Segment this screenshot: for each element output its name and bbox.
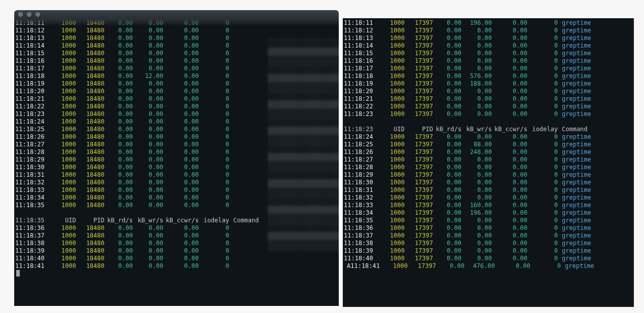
time-cell: 11:18:18: [15, 72, 48, 80]
kbrd-cell: 0.00: [104, 19, 133, 27]
pid-cell: 17397: [405, 255, 433, 262]
table-header: 11:18:23UIDPIDkB_rd/skB_wr/skB_ccwr/siod…: [344, 126, 632, 133]
command-cell: greptime: [558, 95, 607, 103]
time-cell: 11:18:14: [344, 42, 376, 50]
iodelay-cell: 0: [527, 50, 558, 57]
kbccwr-cell: 0.00: [163, 126, 199, 133]
time-cell: 11:18:24: [344, 133, 376, 141]
table-row: 11:18:311000173970.000.000.000greptime: [344, 186, 632, 194]
table-row: 11:18:201000173970.000.000.000greptime: [344, 88, 632, 95]
kbrd-cell: 0.00: [433, 110, 461, 118]
time-cell: 11:18:29: [344, 171, 376, 179]
kbwr-cell: 0.00: [461, 95, 492, 103]
iodelay-cell: 0: [199, 88, 229, 95]
minimize-icon[interactable]: [27, 12, 31, 17]
kbccwr-cell: 0.00: [163, 88, 199, 95]
command-cell: [229, 34, 279, 42]
uid-cell: 1000: [376, 65, 405, 72]
uid-cell: 1000: [376, 186, 405, 194]
pid-cell: 18480: [76, 34, 104, 42]
kbccwr-cell: 0.00: [163, 148, 199, 156]
time-cell: 11:18:20: [15, 88, 48, 95]
iodelay-cell: 0: [199, 255, 229, 262]
pid-cell: 18480: [76, 126, 104, 133]
kbrd-cell: 0.00: [433, 50, 461, 57]
table-row: 11:18:321000173970.000.000.000greptime: [344, 194, 632, 202]
pid-cell: 18480: [76, 95, 104, 103]
time-cell: 11:18:32: [15, 179, 48, 186]
iodelay-cell: 0: [199, 202, 229, 209]
uid-cell: 1000: [376, 27, 405, 34]
uid-cell: 1000: [48, 224, 76, 232]
kbrd-cell: 0.00: [433, 88, 461, 95]
kbrd-cell: 0.00: [104, 141, 133, 148]
time-cell: 11:18:17: [344, 65, 376, 72]
time-cell: 11:18:21: [344, 95, 376, 103]
kbrd-cell: 0.00: [433, 255, 461, 262]
pid-cell: 18480: [76, 148, 104, 156]
kbccwr-cell: 0.00: [492, 232, 527, 240]
iodelay-cell: 0: [527, 27, 558, 34]
kbwr-cell: 0.00: [461, 217, 492, 224]
kbwr-cell: 0.00: [133, 247, 163, 255]
table-row: 11:18:191000184800.000.000.000: [15, 80, 337, 88]
kbccwr-cell: 0.00: [163, 80, 199, 88]
terminal-right[interactable]: 11:18:111000173970.00196.000.000greptime…: [343, 18, 634, 307]
iodelay-cell: 0: [199, 247, 229, 255]
pid-cell: 17397: [405, 42, 433, 50]
command-cell: [229, 262, 279, 270]
kbwr-cell: 0.00: [133, 156, 163, 164]
command-cell: greptime: [558, 202, 607, 209]
table-row: 11:18:151000184800.000.000.000: [15, 50, 337, 57]
uid-cell: 1000: [376, 209, 405, 217]
table-row: 11:18:281000184800.000.000.000: [15, 148, 337, 156]
iodelay-cell: 0: [527, 186, 558, 194]
kbrd-cell: 0.00: [104, 179, 133, 186]
command-cell: [229, 156, 279, 164]
table-row: 11:18:121000184800.000.000.000: [15, 27, 337, 34]
zoom-icon[interactable]: [35, 12, 40, 17]
command-cell: greptime: [558, 255, 607, 262]
pid-cell: 18480: [76, 156, 104, 164]
table-header: 11:18:35UIDPIDkB_rd/skB_wr/skB_ccwr/siod…: [15, 217, 337, 224]
kbwr-cell: 0.00: [461, 247, 492, 255]
command-cell: [229, 50, 279, 57]
pid-cell: 17397: [405, 186, 433, 194]
command-cell: [229, 164, 279, 171]
uid-cell: 1000: [376, 224, 405, 232]
uid-cell: 1000: [48, 110, 76, 118]
prompt-line[interactable]: [15, 270, 337, 278]
kbccwr-cell: 0.00: [163, 110, 199, 118]
kbrd-cell: 0.00: [104, 103, 133, 110]
time-cell: 11:18:23: [344, 126, 376, 133]
pid-cell: 17397: [405, 27, 433, 34]
uid-cell: 1000: [376, 255, 405, 262]
kbwr-cell: 0.00: [133, 42, 163, 50]
time-cell: 11:18:30: [15, 164, 48, 171]
iodelay-cell: 0: [527, 42, 558, 50]
time-cell: 11:18:21: [15, 95, 48, 103]
table-row: 11:18:131000173970.000.000.000greptime: [344, 34, 632, 42]
iodelay-cell: 0: [527, 240, 558, 247]
pid-cell: 18480: [76, 171, 104, 179]
uid-cell: 1000: [376, 247, 405, 255]
table-row: 11:18:291000173970.000.000.000greptime: [344, 171, 632, 179]
kbccwr-cell: 0.00: [163, 247, 199, 255]
uid-cell: UID: [376, 126, 405, 133]
uid-cell: 1000: [376, 156, 405, 164]
iodelay-cell: 0: [199, 126, 229, 133]
terminal-left[interactable]: 11:18:111000184800.000.000.00011:18:1210…: [14, 18, 339, 306]
iodelay-cell: 0: [527, 141, 558, 148]
time-cell: 11:18:35: [344, 217, 376, 224]
close-icon[interactable]: [18, 12, 23, 17]
pid-cell: 18480: [76, 141, 104, 148]
kbwr-cell: 12.00: [133, 72, 163, 80]
time-cell: 11:18:20: [344, 88, 376, 95]
uid-cell: 1000: [48, 80, 76, 88]
uid-cell: 1000: [376, 34, 405, 42]
pid-cell: 18480: [76, 65, 104, 72]
pid-cell: 18480: [76, 255, 104, 262]
command-cell: greptime: [558, 27, 607, 34]
uid-cell: 1000: [376, 164, 405, 171]
table-row: 11:18:301000173970.000.000.000greptime: [344, 179, 632, 186]
